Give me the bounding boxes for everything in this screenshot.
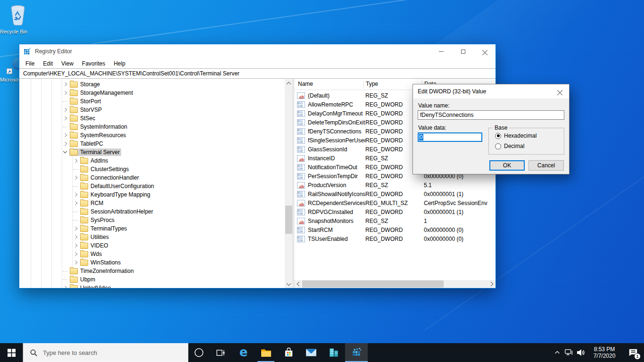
tree-item-tabletpc[interactable]: TabletPC (19, 140, 285, 148)
network-tray-icon[interactable] (563, 343, 575, 362)
column-header-type[interactable]: Type (366, 81, 378, 87)
start-button[interactable] (0, 343, 23, 362)
value-row-tsuserenabled[interactable]: 011110TSUserEnabledREG_DWORD0x00000000 (… (294, 234, 495, 243)
expand-arrow-icon[interactable] (63, 116, 67, 121)
scroll-up-button[interactable] (285, 79, 293, 87)
expand-arrow-icon[interactable] (63, 286, 67, 288)
tree-item-storvsp[interactable]: StorVSP (19, 106, 285, 114)
tree-item-addins[interactable]: AddIns (19, 156, 285, 165)
scrollbar-thumb[interactable] (302, 280, 444, 288)
tree-item-clustersettings[interactable]: ClusterSettings (19, 165, 285, 173)
value-row-snapshotmonitors[interactable]: ”abSnapshotMonitorsREG_SZ1 (294, 216, 495, 225)
value-name: StartRCM (308, 227, 365, 233)
value-row-rdpvgcinstalled[interactable]: 011110RDPVGCInstalledREG_DWORD0x00000001… (294, 207, 495, 216)
expand-arrow-icon[interactable] (73, 226, 78, 231)
menu-edit[interactable]: Edit (39, 60, 57, 67)
tree-item-label: SystemResources (80, 132, 126, 139)
tree-item-terminal-server[interactable]: Terminal Server (19, 148, 285, 156)
expand-arrow-icon[interactable] (73, 192, 78, 197)
value-row-rcdependentservices[interactable]: ”abRCDependentServicesREG_MULTI_SZCertPr… (294, 198, 495, 207)
tree-item-utilities[interactable]: Utilities (19, 233, 285, 241)
tree-item-sessionarbitrationhelper[interactable]: SessionArbitrationHelper (19, 207, 285, 216)
minimize-button[interactable] (430, 44, 452, 58)
value-data-input[interactable]: 0 (418, 132, 482, 142)
menu-view[interactable]: View (57, 60, 78, 67)
ok-button[interactable]: OK (489, 160, 525, 171)
scroll-down-button[interactable] (285, 280, 293, 288)
menu-help[interactable]: Help (109, 60, 130, 67)
tree-item-video[interactable]: VIDEO (19, 241, 285, 250)
taskbar-search-box[interactable]: Type here to search (23, 343, 189, 362)
action-center-button[interactable]: 1 (622, 343, 644, 362)
value-row-railshowallnotifyicons[interactable]: 011110RailShowallNotifyIconsREG_DWORD0x0… (294, 189, 495, 198)
expand-arrow-icon[interactable] (63, 107, 67, 112)
address-bar[interactable]: Computer\HKEY_LOCAL_MACHINE\SYSTEM\Contr… (19, 68, 495, 79)
maximize-button[interactable] (452, 44, 474, 58)
taskbar-app-file-explorer[interactable] (255, 343, 277, 362)
scrollbar-thumb[interactable] (285, 206, 292, 234)
menu-favorites[interactable]: Favorites (78, 60, 109, 67)
tree-item-systemresources[interactable]: SystemResources (19, 131, 285, 140)
column-header-name[interactable]: Name (298, 81, 313, 87)
expand-arrow-icon[interactable] (63, 141, 67, 146)
value-name-field[interactable]: fDenyTSConnections (418, 110, 564, 120)
expand-arrow-icon[interactable] (73, 201, 78, 206)
radio-hexadecimal[interactable]: Hexadecimal (495, 132, 537, 139)
expand-arrow-icon[interactable] (73, 252, 78, 256)
tree-item-winstations[interactable]: WinStations (19, 258, 285, 267)
tree-item-storagemanagement[interactable]: StorageManagement (19, 89, 285, 97)
close-button[interactable] (474, 44, 495, 58)
tree-item-timezoneinformation[interactable]: TimeZoneInformation (19, 267, 285, 275)
tree-item-unitedvideo[interactable]: UnitedVideo (19, 284, 285, 288)
value-row-startrcm[interactable]: 011110StartRCMREG_DWORD0x00000000 (0) (294, 225, 495, 234)
value-name: fDenyTSConnections (308, 128, 365, 135)
expand-arrow-icon[interactable] (63, 82, 67, 87)
scroll-right-button[interactable] (487, 280, 495, 288)
dialog-title-bar[interactable]: Edit DWORD (32-bit) Value (413, 84, 569, 99)
dialog-close-button[interactable] (550, 84, 569, 99)
horizontal-scrollbar[interactable] (294, 280, 495, 288)
cortana-button[interactable] (189, 343, 209, 362)
scroll-left-button[interactable] (294, 280, 302, 288)
taskbar-app-microsoft-store[interactable] (277, 343, 300, 362)
tree-item-stsec[interactable]: StSec (19, 114, 285, 123)
radio-decimal[interactable]: Decimal (495, 143, 524, 149)
taskbar-app-registry-editor[interactable] (345, 343, 368, 362)
tree-item-sysprocs[interactable]: SysProcs (19, 216, 285, 224)
tree-item-defaultuserconfiguration[interactable]: DefaultUserConfiguration (19, 182, 285, 190)
folder-icon (80, 175, 88, 181)
show-hidden-icons-button[interactable] (551, 343, 563, 362)
column-separator[interactable] (363, 81, 364, 88)
value-row-productversion[interactable]: ”abProductVersionREG_SZ5.1 (294, 181, 495, 189)
expand-arrow-icon[interactable] (73, 243, 78, 248)
menu-file[interactable]: File (21, 60, 39, 67)
expand-arrow-icon[interactable] (73, 235, 78, 239)
value-name: DeleteTempDirsOnExit (308, 119, 365, 126)
expand-arrow-icon[interactable] (73, 260, 78, 265)
taskbar-app-task-view[interactable] (209, 343, 232, 362)
tree-vertical-scrollbar[interactable] (285, 79, 293, 288)
value-name: TSUserEnabled (308, 236, 365, 242)
title-bar[interactable]: Registry Editor (19, 44, 495, 58)
tree-item-ubpm[interactable]: Ubpm (19, 275, 285, 284)
expand-arrow-icon[interactable] (73, 175, 78, 180)
tree-item-rcm[interactable]: RCM (19, 199, 285, 207)
tree-item-storage[interactable]: Storage (19, 80, 285, 89)
expand-arrow-icon[interactable] (73, 158, 78, 163)
collapse-arrow-icon[interactable] (63, 150, 67, 155)
taskbar-app-mail[interactable] (300, 343, 322, 362)
tree-item-terminaltypes[interactable]: TerminalTypes (19, 224, 285, 233)
desktop-icon-recycle-bin[interactable]: Recycle Bin (0, 4, 36, 28)
expand-arrow-icon[interactable] (63, 133, 67, 138)
expand-arrow-icon[interactable] (63, 90, 67, 95)
tree-item-keyboardtype-mapping[interactable]: KeyboardType Mapping (19, 190, 285, 199)
tree-item-storport[interactable]: StorPort (19, 97, 285, 106)
tree-item-systeminformation[interactable]: SystemInformation (19, 123, 285, 131)
taskbar-app-microsoft-edge[interactable]: e (232, 343, 255, 362)
tree-item-connectionhandler[interactable]: ConnectionHandler (19, 173, 285, 182)
taskbar-app-server-manager[interactable] (322, 343, 345, 362)
cancel-button[interactable]: Cancel (528, 160, 564, 171)
tree-item-wds[interactable]: Wds (19, 250, 285, 258)
taskbar-clock[interactable]: 8:53 PM 7/7/2020 (588, 346, 620, 359)
volume-tray-icon[interactable] (575, 343, 586, 362)
